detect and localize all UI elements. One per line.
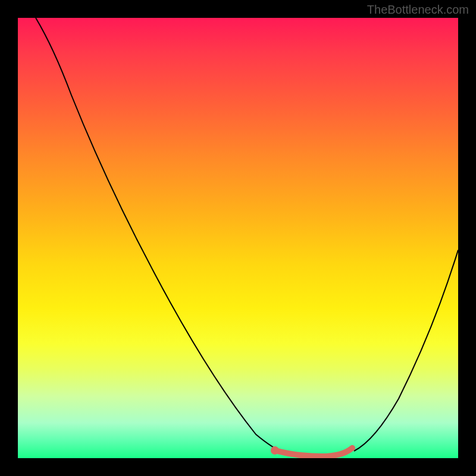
bottleneck-curve-right	[354, 250, 458, 451]
bottleneck-highlight-start-dot	[271, 446, 279, 455]
bottleneck-curve-left	[36, 18, 286, 453]
chart-plot-area	[18, 18, 458, 458]
bottleneck-highlight-segment	[275, 448, 352, 456]
attribution-text: TheBottleneck.com	[367, 3, 469, 17]
chart-svg-layer	[18, 18, 458, 458]
